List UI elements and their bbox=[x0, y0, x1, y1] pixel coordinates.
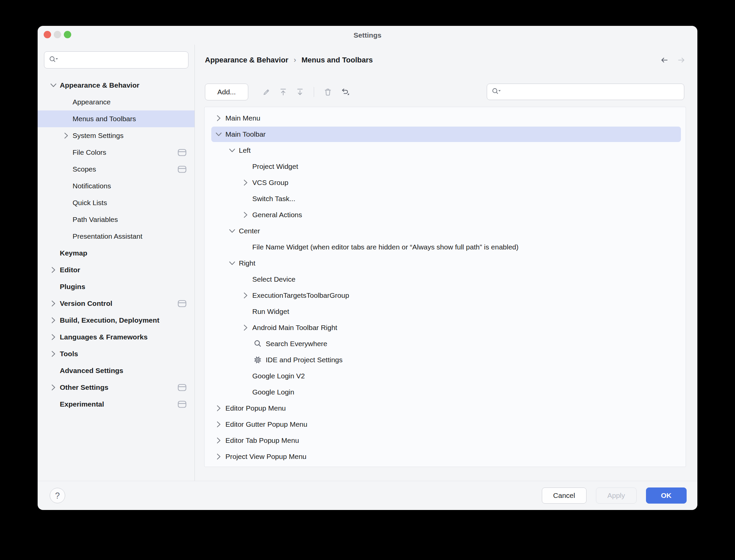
sidebar-item-label: Appearance & Behavior bbox=[60, 81, 139, 89]
sidebar-item-plugins[interactable]: Plugins bbox=[38, 278, 194, 295]
tree-row-main-toolbar[interactable]: Main Toolbar bbox=[205, 126, 686, 142]
tree-search-input[interactable] bbox=[502, 88, 680, 96]
sidebar-item-tools[interactable]: Tools bbox=[38, 345, 194, 362]
sidebar-item-notifications[interactable]: Notifications bbox=[38, 178, 194, 194]
tree-row-executiontargetstoolbargroup[interactable]: ExecutionTargetsToolbarGroup bbox=[205, 287, 686, 304]
tree-item-label: Project View Popup Menu bbox=[225, 453, 306, 461]
sidebar-item-label: Experimental bbox=[60, 400, 104, 408]
chevron-right-icon[interactable] bbox=[47, 298, 60, 309]
chevron-right-icon[interactable] bbox=[212, 435, 225, 446]
chevron-right-icon[interactable] bbox=[239, 322, 252, 333]
tree-row-ide-and-project-settings[interactable]: IDE and Project Settings bbox=[205, 352, 686, 368]
tree-item-label: Project Widget bbox=[252, 162, 298, 171]
tree-row-search-everywhere[interactable]: Search Everywhere bbox=[205, 336, 686, 352]
tree-row-google-login[interactable]: Google Login bbox=[205, 384, 686, 400]
sidebar-item-languages-frameworks[interactable]: Languages & Frameworks bbox=[38, 329, 194, 345]
tree-row-right[interactable]: Right bbox=[205, 255, 686, 271]
sidebar-item-scopes[interactable]: Scopes bbox=[38, 161, 194, 178]
chevron-right-icon[interactable] bbox=[239, 209, 252, 221]
settings-sidebar: Appearance & BehaviorAppearanceMenus and… bbox=[38, 45, 195, 481]
sidebar-item-experimental[interactable]: Experimental bbox=[38, 396, 194, 413]
sidebar-item-appearance[interactable]: Appearance bbox=[38, 94, 194, 110]
sidebar-item-keymap[interactable]: Keymap bbox=[38, 245, 194, 262]
menus-toolbars-tree: Main MenuMain ToolbarLeftProject WidgetV… bbox=[204, 107, 686, 467]
breadcrumb-item-appearance-behavior[interactable]: Appearance & Behavior bbox=[205, 56, 288, 64]
tree-row-main-menu[interactable]: Main Menu bbox=[205, 110, 686, 126]
breadcrumb-separator: › bbox=[294, 56, 296, 64]
sidebar-item-build-execution-deployment[interactable]: Build, Execution, Deployment bbox=[38, 312, 194, 329]
tree-row-project-view-popup-menu[interactable]: Project View Popup Menu bbox=[205, 449, 686, 465]
sidebar-item-label: Quick Lists bbox=[73, 199, 107, 207]
tree-item-label: Editor Popup Menu bbox=[225, 404, 286, 412]
chevron-right-icon[interactable] bbox=[212, 451, 225, 462]
tree-row-center[interactable]: Center bbox=[205, 223, 686, 239]
title-bar[interactable]: Settings bbox=[38, 26, 697, 45]
add-button[interactable]: Add... bbox=[205, 84, 248, 100]
tree-item-label: Editor Tab Popup Menu bbox=[225, 436, 299, 445]
sidebar-item-menus-and-toolbars[interactable]: Menus and Toolbars bbox=[38, 110, 194, 127]
zoom-button[interactable] bbox=[64, 31, 71, 38]
sidebar-item-quick-lists[interactable]: Quick Lists bbox=[38, 194, 194, 211]
minimize-button[interactable] bbox=[54, 31, 61, 38]
chevron-right-icon[interactable] bbox=[212, 403, 225, 414]
tree-row-vcs-group[interactable]: VCS Group bbox=[205, 175, 686, 191]
tree-row-editor-popup-menu[interactable]: Editor Popup Menu bbox=[205, 400, 686, 416]
chevron-right-icon[interactable] bbox=[47, 331, 60, 343]
tree-row-editor-tab-popup-menu[interactable]: Editor Tab Popup Menu bbox=[205, 432, 686, 449]
help-button[interactable]: ? bbox=[50, 488, 65, 503]
sidebar-item-other-settings[interactable]: Other Settings bbox=[38, 379, 194, 396]
sidebar-item-editor[interactable]: Editor bbox=[38, 262, 194, 278]
chevron-right-icon[interactable] bbox=[47, 264, 60, 276]
tree-search-box[interactable] bbox=[487, 84, 684, 100]
sidebar-item-label: Version Control bbox=[60, 299, 112, 308]
move-down-icon[interactable] bbox=[294, 86, 306, 98]
sidebar-item-label: System Settings bbox=[73, 132, 124, 140]
chevron-down-icon[interactable] bbox=[225, 225, 239, 237]
tree-row-google-login-v2[interactable]: Google Login V2 bbox=[205, 368, 686, 384]
tree-row-general-actions[interactable]: General Actions bbox=[205, 207, 686, 223]
tree-row-left[interactable]: Left bbox=[205, 142, 686, 158]
sidebar-search-box[interactable] bbox=[44, 51, 188, 68]
chevron-right-icon[interactable] bbox=[47, 315, 60, 326]
revert-icon[interactable] bbox=[339, 86, 351, 98]
delete-icon[interactable] bbox=[322, 86, 334, 98]
chevron-down-icon[interactable] bbox=[212, 129, 225, 140]
tree-row-run-widget[interactable]: Run Widget bbox=[205, 304, 686, 320]
sidebar-item-advanced-settings[interactable]: Advanced Settings bbox=[38, 362, 194, 379]
tree-item-label: File Name Widget (when editor tabs are h… bbox=[252, 243, 519, 251]
close-button[interactable] bbox=[44, 31, 51, 38]
cancel-button[interactable]: Cancel bbox=[542, 487, 587, 504]
ok-button[interactable]: OK bbox=[646, 487, 687, 504]
chevron-right-icon[interactable] bbox=[47, 382, 60, 393]
tree-row-select-device[interactable]: Select Device bbox=[205, 271, 686, 287]
sidebar-item-file-colors[interactable]: File Colors bbox=[38, 144, 194, 161]
window-title: Settings bbox=[38, 26, 697, 39]
sidebar-item-system-settings[interactable]: System Settings bbox=[38, 127, 194, 144]
chevron-right-icon[interactable] bbox=[212, 112, 225, 124]
back-arrow-icon[interactable] bbox=[660, 55, 669, 65]
chevron-right-icon[interactable] bbox=[239, 177, 252, 188]
tree-row-switch-task[interactable]: Switch Task... bbox=[205, 191, 686, 207]
tree-row-android-main-toolbar-right[interactable]: Android Main Toolbar Right bbox=[205, 320, 686, 336]
edit-icon[interactable] bbox=[260, 86, 272, 98]
sidebar-item-label: Languages & Frameworks bbox=[60, 333, 147, 341]
tree-row-editor-gutter-popup-menu[interactable]: Editor Gutter Popup Menu bbox=[205, 416, 686, 432]
sidebar-item-appearance-behavior[interactable]: Appearance & Behavior bbox=[38, 77, 194, 94]
chevron-down-icon[interactable] bbox=[47, 80, 60, 91]
apply-button[interactable]: Apply bbox=[596, 487, 637, 504]
chevron-right-icon[interactable] bbox=[47, 348, 60, 360]
sidebar-item-presentation-assistant[interactable]: Presentation Assistant bbox=[38, 228, 194, 245]
chevron-down-icon[interactable] bbox=[225, 258, 239, 269]
sidebar-search-input[interactable] bbox=[59, 56, 184, 64]
chevron-right-icon[interactable] bbox=[239, 290, 252, 301]
chevron-right-icon[interactable] bbox=[60, 130, 73, 141]
sidebar-item-label: Build, Execution, Deployment bbox=[60, 316, 159, 324]
forward-arrow-icon[interactable] bbox=[677, 55, 686, 65]
sidebar-item-version-control[interactable]: Version Control bbox=[38, 295, 194, 312]
chevron-right-icon[interactable] bbox=[212, 419, 225, 430]
chevron-down-icon[interactable] bbox=[225, 145, 239, 156]
tree-row-project-widget[interactable]: Project Widget bbox=[205, 158, 686, 175]
move-up-icon[interactable] bbox=[277, 86, 289, 98]
sidebar-item-path-variables[interactable]: Path Variables bbox=[38, 211, 194, 228]
tree-row-file-name-widget-when-editor-tabs-are-hi[interactable]: File Name Widget (when editor tabs are h… bbox=[205, 239, 686, 255]
